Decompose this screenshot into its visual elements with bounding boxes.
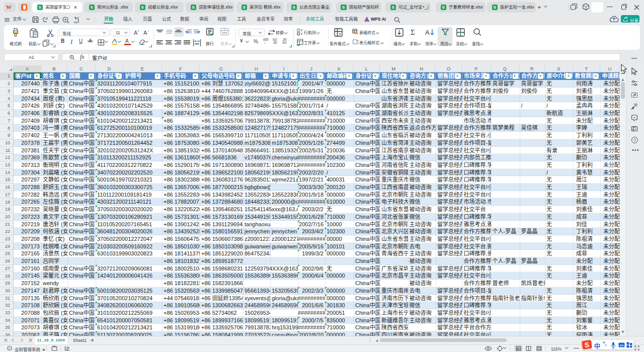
- svg-text:A: A: [425, 29, 430, 36]
